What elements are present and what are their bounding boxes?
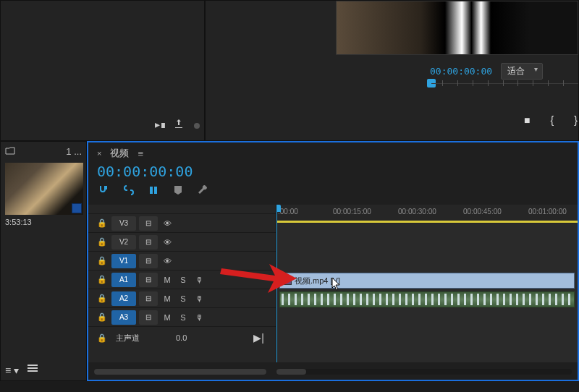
track-target-v3[interactable]: V3 <box>111 216 136 231</box>
master-label: 主声道 <box>116 333 140 344</box>
track-row-v3: 🔒 V3 ⊟ 👁 <box>88 213 276 232</box>
ruler-tick-label: 00:00:30:00 <box>398 208 436 216</box>
svg-rect-0 <box>28 365 38 366</box>
timeline-timecode[interactable]: 00:00:00:00 <box>88 161 578 183</box>
voice-over-icon[interactable]: 🎙 <box>193 273 206 286</box>
solo-icon[interactable]: S <box>177 292 190 305</box>
project-panel: 1 ... 3:53:13 ≡ ▾ <box>0 141 87 381</box>
track-target-v1[interactable]: V1 <box>111 254 136 268</box>
mute-icon[interactable]: M <box>161 273 174 286</box>
master-track-row: 🔒 主声道 0.0 ▶| <box>88 326 276 349</box>
linked-selection-icon[interactable] <box>123 184 135 196</box>
toggle-output-icon[interactable]: 👁 <box>161 236 174 249</box>
program-preview-image <box>336 1 578 55</box>
svg-rect-1 <box>28 367 38 369</box>
bin-icon[interactable] <box>5 146 15 157</box>
lock-icon[interactable]: 🔒 <box>96 217 109 230</box>
mute-icon[interactable]: M <box>161 292 174 305</box>
sync-lock-icon[interactable]: ⊟ <box>139 291 158 306</box>
lock-icon[interactable]: 🔒 <box>96 292 109 305</box>
panel-menu-icon[interactable]: ≡ <box>138 148 143 159</box>
clip-type-badge-icon <box>72 203 82 213</box>
mute-icon[interactable]: M <box>161 311 174 324</box>
settings-wrench-icon[interactable] <box>197 184 208 196</box>
track-header-area: 🔒 V3 ⊟ 👁 🔒 V2 ⊟ 👁 🔒 V1 ⊟ 👁 <box>88 205 276 362</box>
voice-over-icon[interactable]: 🎙 <box>193 292 206 305</box>
transport-controls: ■ { } |← ◀| ▶ |▶ <box>524 108 579 132</box>
program-ruler[interactable] <box>427 79 578 98</box>
ruler-tick-label: 00:00:15:00 <box>333 208 371 216</box>
ruler-tick-label: :00:00 <box>278 208 298 216</box>
jump-end-icon[interactable]: ▶| <box>253 332 264 344</box>
solo-icon[interactable]: S <box>177 311 190 324</box>
timeline-ruler[interactable]: :00:00 00:00:15:00 00:00:30:00 00:00:45:… <box>276 205 578 223</box>
svg-rect-2 <box>28 370 38 372</box>
page-indicator: 1 ... <box>66 146 82 157</box>
mark-in-icon[interactable]: { <box>550 114 554 126</box>
track-target-a3[interactable]: A3 <box>111 310 136 325</box>
scroll-indicator <box>194 123 200 129</box>
timeline-panel: × 视频 ≡ 00:00:00:00 🔒 <box>87 141 579 381</box>
lock-icon[interactable]: 🔒 <box>96 273 109 286</box>
ruler-tick-label: 00:01:00:00 <box>528 208 567 216</box>
ruler-tick-label: 00:00:45:00 <box>463 208 502 216</box>
sync-lock-icon[interactable]: ⊟ <box>139 216 158 231</box>
add-marker-icon[interactable] <box>172 184 184 196</box>
export-icon[interactable] <box>174 119 184 130</box>
sync-lock-icon[interactable]: ⊟ <box>139 235 158 250</box>
header-h-scroll[interactable] <box>94 369 266 375</box>
track-row-a3: 🔒 A3 ⊟ M S 🎙 <box>88 307 276 326</box>
clip-duration: 3:53:13 <box>5 218 82 226</box>
left-upper-panel: ▸∎ <box>0 0 205 141</box>
toggle-output-icon[interactable]: 👁 <box>161 255 174 268</box>
sync-lock-icon[interactable]: ⊟ <box>139 254 158 268</box>
track-target-a2[interactable]: A2 <box>111 291 136 306</box>
svg-rect-3 <box>150 187 153 194</box>
program-timecode[interactable]: 00:00:00:00 <box>430 66 492 77</box>
toggle-output-icon[interactable]: 👁 <box>161 217 174 230</box>
program-monitor-panel: 00:00:00:00 适合 ■ { } |← ◀| ▶ |▶ <box>205 0 579 141</box>
mouse-cursor-icon <box>331 277 342 291</box>
lock-icon[interactable]: 🔒 <box>96 236 109 249</box>
play-only-icon[interactable]: ▸∎ <box>155 119 166 130</box>
lock-icon[interactable]: 🔒 <box>96 255 109 268</box>
audio-clip[interactable] <box>279 291 575 307</box>
sync-lock-icon[interactable]: ⊟ <box>139 273 158 287</box>
list-view-icon[interactable]: ≡ ▾ <box>5 365 19 376</box>
voice-over-icon[interactable]: 🎙 <box>193 311 206 324</box>
lock-icon[interactable]: 🔒 <box>96 311 109 324</box>
work-area-bar[interactable] <box>276 221 578 223</box>
track-target-v2[interactable]: V2 <box>111 235 136 250</box>
svg-rect-4 <box>154 187 157 194</box>
zoom-fit-select[interactable]: 适合 <box>501 63 543 80</box>
track-target-a1[interactable]: A1 <box>111 273 136 287</box>
mark-out-icon[interactable]: } <box>574 114 578 126</box>
video-clip[interactable]: 视频.mp4 [V] <box>279 273 575 289</box>
track-row-v2: 🔒 V2 ⊟ 👁 <box>88 232 276 251</box>
timeline-track-content[interactable]: :00:00 00:00:15:00 00:00:30:00 00:00:45:… <box>276 205 578 362</box>
stop-icon[interactable]: ■ <box>524 114 530 126</box>
solo-icon[interactable]: S <box>177 273 190 286</box>
content-h-scroll[interactable] <box>276 369 572 375</box>
annotation-red-arrow <box>219 260 298 294</box>
sync-lock-icon[interactable]: ⊟ <box>139 310 158 325</box>
close-tab-icon[interactable]: × <box>97 149 101 158</box>
marker-tool-icon[interactable] <box>148 184 159 196</box>
clip-thumbnail[interactable] <box>5 163 83 215</box>
sequence-tab-label[interactable]: 视频 <box>110 147 129 160</box>
lock-icon[interactable]: 🔒 <box>96 331 109 344</box>
thumbnail-view-icon[interactable] <box>28 365 38 376</box>
master-value[interactable]: 0.0 <box>176 333 187 342</box>
snap-icon[interactable] <box>98 184 110 196</box>
